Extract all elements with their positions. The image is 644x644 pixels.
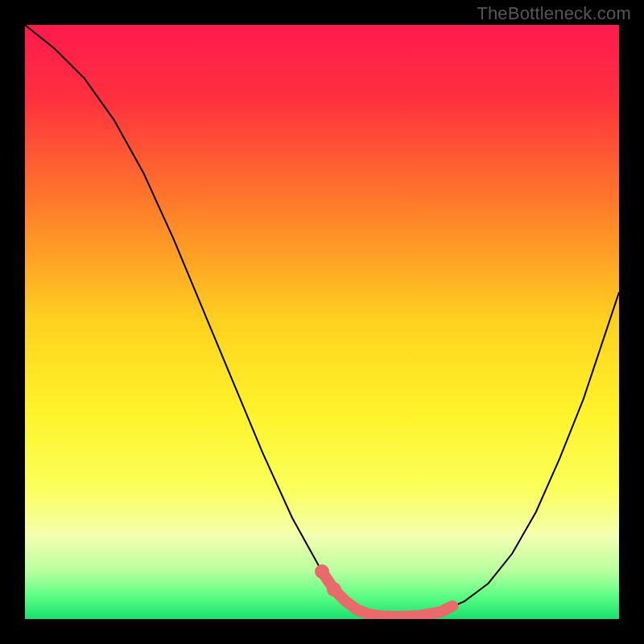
bottleneck-chart: [25, 25, 619, 619]
gradient-background: [25, 25, 619, 619]
plot-area: [25, 25, 619, 619]
selected-point: [315, 564, 329, 579]
chart-frame: TheBottleneck.com: [0, 0, 644, 644]
watermark-label: TheBottleneck.com: [477, 3, 631, 24]
selected-point: [327, 582, 341, 597]
